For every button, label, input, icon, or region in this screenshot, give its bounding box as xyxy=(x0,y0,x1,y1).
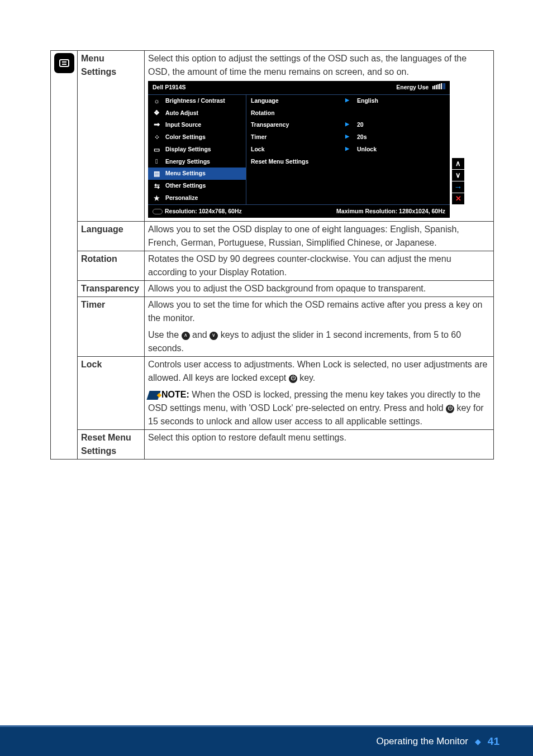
page-footer: Operating the Monitor ◆ 41 xyxy=(0,727,533,756)
row-label-lock: Lock xyxy=(78,357,145,430)
up-key-icon: ∧ xyxy=(182,332,190,340)
osd-side-buttons: ∧ ∨ → ✕ xyxy=(452,158,464,204)
osd-resolution: Resolution: 1024x768, 60Hz xyxy=(153,207,242,216)
chevron-right-icon: ▶ xyxy=(345,121,349,130)
osd-title: Dell P1914S xyxy=(153,83,186,92)
row-desc-language: Allows you to set the OSD display to one… xyxy=(145,222,494,251)
note-icon xyxy=(146,391,160,400)
row-desc-timer: Allows you to set the time for which the… xyxy=(145,297,494,357)
auto-adjust-icon: ❖ xyxy=(153,109,161,117)
power-key-icon: ⏻ xyxy=(289,375,297,383)
resolution-icon xyxy=(153,209,163,214)
color-settings-icon: ⁘ xyxy=(153,133,161,141)
row-label-rotation: Rotation xyxy=(78,251,145,281)
row-desc-lock: Controls user access to adjustments. Whe… xyxy=(145,357,494,430)
osd-left-menu: ☼Brightness / Contrast ❖Auto Adjust ⮕Inp… xyxy=(148,94,246,205)
display-settings-icon: ▭ xyxy=(153,146,161,153)
note-label: NOTE: xyxy=(161,390,189,399)
row-label-reset: Reset Menu Settings xyxy=(78,430,145,460)
input-source-icon: ⮕ xyxy=(153,122,161,129)
row-label-transparency: Transparency xyxy=(78,281,145,297)
page-number: 41 xyxy=(488,735,499,748)
brightness-icon: ☼ xyxy=(153,97,161,104)
menu-settings-icon xyxy=(54,53,74,73)
down-key-icon: ∨ xyxy=(210,332,218,340)
chevron-right-icon: ▶ xyxy=(345,145,349,154)
chevron-right-icon: ▶ xyxy=(345,97,349,106)
osd-close-icon: ✕ xyxy=(452,193,464,204)
osd-max-resolution: Maximum Resolution: 1280x1024, 60Hz xyxy=(336,207,445,216)
personalize-icon: ★ xyxy=(153,194,161,202)
footer-title: Operating the Monitor xyxy=(376,736,468,747)
energy-bar-icon xyxy=(432,83,445,89)
row-label-menu-settings: Menu Settings xyxy=(78,51,145,222)
osd-up-icon: ∧ xyxy=(452,158,464,169)
power-key-icon: ⏻ xyxy=(446,405,454,413)
row-desc-rotation: Rotates the OSD by 90 degrees counter-cl… xyxy=(145,251,494,281)
row-desc-menu-settings: Select this option to adjust the setting… xyxy=(145,51,494,222)
osd-mid-menu: Language Rotation Transparency Timer Loc… xyxy=(246,94,341,205)
row-desc-reset: Select this option to restore default me… xyxy=(145,430,494,460)
osd-energy: Energy Use xyxy=(396,83,445,92)
settings-table: Menu Settings Select this option to adju… xyxy=(50,50,494,460)
osd-enter-icon: → xyxy=(452,181,464,193)
row-label-language: Language xyxy=(78,222,145,251)
osd-right-values: ▶English ▶20 ▶20s ▶Unlock xyxy=(341,94,450,205)
energy-settings-icon: 𖣘 xyxy=(153,158,161,165)
diamond-icon: ◆ xyxy=(475,737,481,746)
row-desc-transparency: Allows you to adjust the OSD background … xyxy=(145,281,494,297)
osd-down-icon: ∨ xyxy=(452,170,464,181)
menu-settings-small-icon: ▤ xyxy=(153,170,161,178)
row-label-timer: Timer xyxy=(78,297,145,357)
chevron-right-icon: ▶ xyxy=(345,133,349,142)
other-settings-icon: ⇆ xyxy=(153,182,161,189)
osd-panel: Dell P1914S Energy Use ☼Brightness / Con… xyxy=(148,81,450,218)
